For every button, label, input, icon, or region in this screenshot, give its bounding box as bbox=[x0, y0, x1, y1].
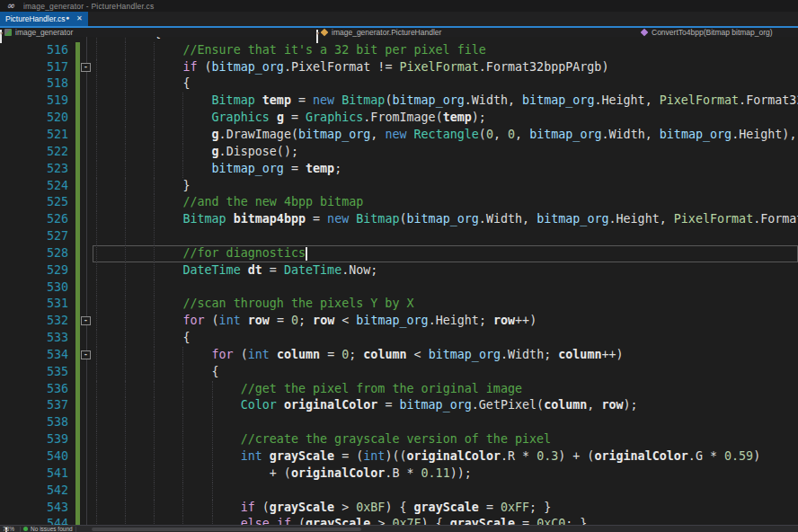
line-number[interactable]: 530 bbox=[0, 279, 68, 297]
code-text: //scan through the pixels Y by X bbox=[96, 296, 413, 313]
zoom-control[interactable]: 78% ▾ bbox=[0, 526, 17, 532]
line-number[interactable]: 533 bbox=[0, 330, 68, 347]
code-editor[interactable]: 515 {516 //Ensure that it's a 32 bit per… bbox=[0, 37, 798, 525]
change-tracking-bar bbox=[75, 330, 80, 347]
visual-studio-logo-icon: ∞ bbox=[6, 1, 17, 11]
code-line[interactable]: 525 //and the new 4bpp bitmap bbox=[0, 194, 798, 211]
change-tracking-bar bbox=[75, 178, 80, 195]
change-tracking-bar bbox=[75, 296, 80, 313]
navigation-bar: image_generator ▾ image_generator.Pictur… bbox=[0, 28, 798, 38]
code-line[interactable]: 528 //for diagnostics bbox=[0, 245, 798, 262]
line-number[interactable]: 527 bbox=[0, 228, 68, 245]
code-line[interactable]: 529 DateTime dt = DateTime.Now; bbox=[0, 262, 798, 279]
code-line[interactable]: 542 bbox=[0, 483, 798, 500]
close-icon[interactable]: ✕ bbox=[76, 14, 83, 22]
code-line[interactable]: 538 bbox=[0, 414, 798, 431]
line-number[interactable]: 541 bbox=[0, 466, 68, 483]
line-number[interactable]: 520 bbox=[0, 110, 68, 127]
code-line[interactable]: 543 if (grayScale > 0xBF) { grayScale = … bbox=[0, 500, 798, 517]
line-number[interactable]: 532 bbox=[0, 313, 68, 330]
line-number[interactable]: 537 bbox=[0, 397, 68, 414]
member-dropdown[interactable]: ConvertTo4bpp(Bitmap bitmap_org) bbox=[636, 28, 798, 38]
change-tracking-bar bbox=[75, 483, 80, 500]
fold-collapse-button[interactable]: - bbox=[81, 350, 91, 359]
code-line[interactable]: 524 } bbox=[0, 178, 798, 195]
line-number[interactable]: 544 bbox=[0, 516, 68, 525]
line-number[interactable]: 540 bbox=[0, 448, 68, 466]
code-text: Graphics g = Graphics.FromImage(temp); bbox=[96, 110, 486, 127]
indent-guide bbox=[125, 228, 126, 245]
line-number[interactable]: 526 bbox=[0, 211, 68, 228]
visual-studio-window: ∞ image_generator - PictureHandler.cs Pi… bbox=[0, 0, 798, 532]
line-number[interactable]: 534 bbox=[0, 347, 68, 364]
code-line[interactable]: 544 else if (grayScale > 0x7F) { graySca… bbox=[0, 516, 798, 525]
line-number[interactable]: 528 bbox=[0, 245, 68, 262]
line-number[interactable]: 521 bbox=[0, 127, 68, 144]
line-number[interactable]: 536 bbox=[0, 381, 68, 398]
code-line[interactable]: 541 + (originalColor.B * 0.11)); bbox=[0, 466, 798, 483]
code-line[interactable]: 533 { bbox=[0, 330, 798, 347]
code-line[interactable]: 518 { bbox=[0, 75, 798, 93]
line-number[interactable]: 522 bbox=[0, 144, 68, 161]
chevron-down-icon: ▾ bbox=[316, 30, 318, 43]
method-icon bbox=[641, 28, 649, 36]
fold-collapse-button[interactable]: - bbox=[81, 63, 91, 72]
code-line[interactable]: 537 Color originalColor = bitmap_org.Get… bbox=[0, 397, 798, 414]
type-dropdown[interactable]: image_generator.PictureHandler ▾ bbox=[316, 28, 636, 38]
indent-guide bbox=[96, 228, 97, 245]
code-line[interactable]: 521 g.DrawImage(bitmap_org, new Rectangl… bbox=[0, 127, 798, 144]
code-text: Bitmap temp = new Bitmap(bitmap_org.Widt… bbox=[96, 93, 798, 110]
code-text: //create the grayscale version of the pi… bbox=[96, 431, 551, 448]
indent-guide bbox=[96, 279, 97, 297]
code-text: int grayScale = (int)((originalColor.R *… bbox=[96, 448, 760, 466]
indent-guide bbox=[154, 483, 155, 500]
code-line[interactable]: 519 Bitmap temp = new Bitmap(bitmap_org.… bbox=[0, 93, 798, 110]
chevron-down-icon: ▾ bbox=[0, 30, 2, 43]
line-number[interactable]: 523 bbox=[0, 161, 68, 178]
code-line[interactable]: 530 bbox=[0, 279, 798, 297]
line-number[interactable]: 519 bbox=[0, 93, 68, 110]
change-tracking-bar bbox=[75, 161, 80, 178]
line-number[interactable]: 525 bbox=[0, 194, 68, 211]
line-number[interactable]: 531 bbox=[0, 296, 68, 313]
line-number[interactable]: 543 bbox=[0, 500, 68, 517]
project-dropdown[interactable]: image_generator ▾ bbox=[0, 28, 316, 38]
line-number[interactable]: 538 bbox=[0, 414, 68, 431]
title-bar[interactable]: ∞ image_generator - PictureHandler.cs bbox=[0, 0, 798, 12]
code-line[interactable]: 522 g.Dispose(); bbox=[0, 144, 798, 161]
change-tracking-bar bbox=[75, 93, 80, 110]
code-line[interactable]: 526 Bitmap bitmap4bpp = new Bitmap(bitma… bbox=[0, 211, 798, 228]
window-title: image_generator - PictureHandler.cs bbox=[23, 2, 154, 11]
change-tracking-bar bbox=[75, 59, 80, 76]
code-line[interactable]: 523 bitmap_org = temp; bbox=[0, 161, 798, 178]
line-number[interactable]: 542 bbox=[0, 483, 68, 500]
line-number[interactable]: 535 bbox=[0, 364, 68, 381]
line-number[interactable]: 539 bbox=[0, 431, 68, 448]
line-number[interactable]: 517 bbox=[0, 59, 68, 76]
document-health-indicator[interactable]: No issues found bbox=[23, 526, 73, 532]
code-line[interactable]: 534- for (int column = 0; column < bitma… bbox=[0, 347, 798, 364]
line-number[interactable]: 516 bbox=[0, 42, 68, 59]
line-number[interactable]: 529 bbox=[0, 262, 68, 279]
code-line[interactable]: 520 Graphics g = Graphics.FromImage(temp… bbox=[0, 110, 798, 127]
change-tracking-bar bbox=[75, 397, 80, 414]
code-line[interactable]: 517- if (bitmap_org.PixelFormat != Pixel… bbox=[0, 59, 798, 76]
csharp-project-icon bbox=[4, 29, 12, 36]
change-tracking-bar bbox=[75, 127, 80, 144]
code-line[interactable]: 535 { bbox=[0, 364, 798, 381]
line-number[interactable]: 524 bbox=[0, 178, 68, 195]
code-line[interactable]: 540 int grayScale = (int)((originalColor… bbox=[0, 448, 798, 466]
code-line[interactable]: 531 //scan through the pixels Y by X bbox=[0, 296, 798, 313]
code-line[interactable]: 532- for (int row = 0; row < bitmap_org.… bbox=[0, 313, 798, 330]
code-text: { bbox=[96, 75, 190, 93]
code-line[interactable]: 516 //Ensure that it's a 32 bit per pixe… bbox=[0, 42, 798, 59]
scrollbar-thumb[interactable] bbox=[92, 528, 361, 531]
code-line[interactable]: 527 bbox=[0, 228, 798, 245]
fold-collapse-button[interactable]: - bbox=[81, 316, 91, 325]
line-number[interactable]: 518 bbox=[0, 75, 68, 93]
code-line[interactable]: 539 //create the grayscale version of th… bbox=[0, 431, 798, 448]
text-caret bbox=[306, 247, 307, 261]
code-line[interactable]: 536 //get the pixel from the original im… bbox=[0, 381, 798, 398]
horizontal-scrollbar[interactable] bbox=[83, 526, 798, 532]
editor-tab-picturehandler[interactable]: PictureHandler.cs ● ✕ bbox=[0, 12, 88, 26]
